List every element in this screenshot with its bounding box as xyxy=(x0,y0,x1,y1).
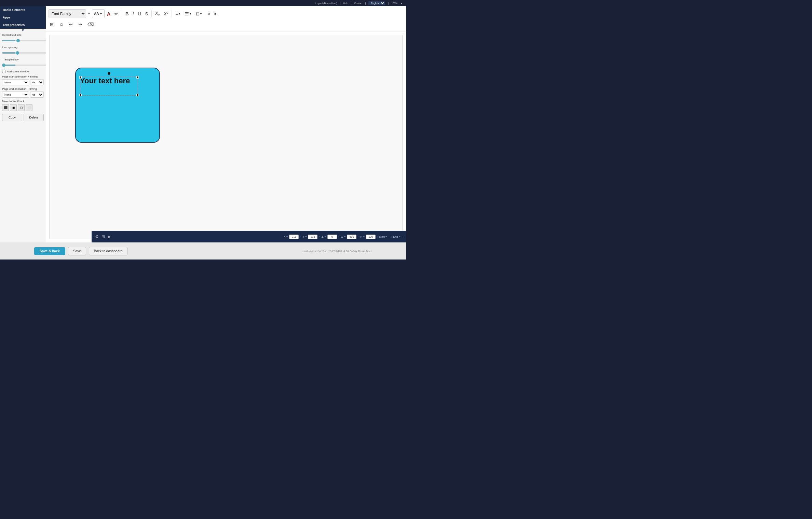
outdent-button[interactable]: ⇤ xyxy=(213,11,219,17)
font-size-dropdown-icon: ▼ xyxy=(100,12,103,15)
handle-bottom-right[interactable] xyxy=(136,94,139,96)
canvas-inner[interactable]: Your text here xyxy=(49,35,403,239)
w-value[interactable]: 600 xyxy=(347,235,356,239)
move-back-button[interactable]: ⬜ xyxy=(26,104,32,111)
sidebar: Basic elements Apps Text properties Over… xyxy=(0,6,46,260)
status-bar: ⚙ ⊞ ▶ X = 211 • Y = 216 • ∠ = 0 • W = 60… xyxy=(92,231,406,242)
font-size-label: AA xyxy=(94,12,99,16)
selection-box xyxy=(80,77,138,96)
overall-text-size-slider[interactable] xyxy=(2,40,46,41)
angle-label: ∠ = xyxy=(321,235,326,238)
last-updated-text: Last updated at Tue, 10/27/2020, 4:56 PM… xyxy=(302,250,372,253)
move-buttons: ⬛ ◼ ◻ ⬜ xyxy=(2,104,44,111)
angle-value[interactable]: 0 xyxy=(327,235,337,239)
handle-top-left[interactable] xyxy=(79,76,82,79)
sidebar-item-basic-elements[interactable]: Basic elements xyxy=(0,6,46,14)
redo-icon: ↪ xyxy=(78,22,82,27)
strikethrough-button[interactable]: S xyxy=(144,11,150,17)
help-text[interactable]: Help xyxy=(343,2,348,4)
sidebar-item-apps[interactable]: Apps xyxy=(0,14,46,21)
save-button[interactable]: Save xyxy=(68,247,86,255)
bottom-action-bar: Save & back Save Back to dashboard Last … xyxy=(0,242,406,260)
overall-text-size-label: Overall text size xyxy=(2,33,44,37)
text-properties-panel: Overall text size 70 Line spacing 100 Tr… xyxy=(0,29,46,260)
toolbar: Font Family ▼ AA ▼ A ✏ B i U S X2 xyxy=(46,6,406,31)
settings-icon[interactable]: ⚙ xyxy=(95,234,99,239)
page-end-timing-select[interactable]: 0s xyxy=(30,92,44,98)
handle-bottom-left[interactable] xyxy=(79,94,82,96)
underline-button[interactable]: U xyxy=(136,11,142,17)
grid-icon[interactable]: ⊞ xyxy=(102,234,105,239)
page-start-animation-select[interactable]: None xyxy=(2,79,29,85)
clear-format-icon: ⌫ xyxy=(87,22,94,27)
shadow-label: Add some shadow xyxy=(7,70,29,73)
page-start-animation-label: Page start animation + timing xyxy=(2,75,44,78)
copy-button[interactable]: Copy xyxy=(2,114,22,121)
page-start-timing-select[interactable]: 0s xyxy=(30,79,44,85)
save-back-button[interactable]: Save & back xyxy=(34,247,65,255)
shadow-checkbox[interactable] xyxy=(2,70,5,73)
w-label: W = xyxy=(341,235,346,238)
language-select[interactable]: English xyxy=(368,1,385,5)
page-end-animation-label: Page end animation + timing xyxy=(2,87,44,90)
back-dashboard-button[interactable]: Back to dashboard xyxy=(89,247,127,255)
x-label: X = xyxy=(284,235,288,238)
y-value[interactable]: 216 xyxy=(308,235,317,239)
h-value[interactable]: 120 xyxy=(366,235,376,239)
undo-button[interactable]: ↩ xyxy=(68,21,74,28)
redo-button[interactable]: ↪ xyxy=(77,21,83,28)
font-size-button[interactable]: AA ▼ xyxy=(92,9,105,18)
page-end-animation-select[interactable]: None xyxy=(2,92,29,98)
indent-button[interactable]: ⇥ xyxy=(205,11,212,17)
table-icon: ⊞ xyxy=(50,22,54,27)
sidebar-item-text-properties[interactable]: Text properties xyxy=(0,21,46,29)
emoji-button[interactable]: ☺ xyxy=(58,21,65,28)
zoom-dropdown-icon[interactable]: ▼ xyxy=(400,2,403,4)
blue-card-element[interactable]: Your text here xyxy=(75,68,160,143)
bullet-button[interactable]: ⊟ ▼ xyxy=(194,11,204,17)
end-label: End = – xyxy=(393,235,403,238)
delete-button[interactable]: Delete xyxy=(24,114,44,121)
font-family-select[interactable]: Font Family xyxy=(49,9,86,18)
move-forward-button[interactable]: ◼ xyxy=(10,104,17,111)
superscript-button[interactable]: X2 xyxy=(162,11,170,17)
undo-icon: ↩ xyxy=(69,22,73,27)
toolbar-divider-3 xyxy=(172,10,172,17)
move-backward-button[interactable]: ◻ xyxy=(18,104,25,111)
transparency-slider[interactable] xyxy=(2,65,46,66)
x-value[interactable]: 211 xyxy=(289,235,299,239)
move-label: Move to front/back xyxy=(2,100,44,103)
top-bar: Logout (Demo User) | Help | Contact | En… xyxy=(0,0,406,6)
text-color-button[interactable]: A xyxy=(106,10,112,17)
subscript-button[interactable]: X2 xyxy=(154,10,161,17)
table-button[interactable]: ⊞ xyxy=(49,21,55,28)
font-family-dropdown-icon[interactable]: ▼ xyxy=(87,12,91,15)
highlight-button[interactable]: ✏ xyxy=(113,11,120,17)
text-element[interactable]: Your text here xyxy=(80,77,138,96)
canvas-area[interactable]: Your text here ⚙ ⊞ ▶ X = 211 • Y = 216 •… xyxy=(46,31,406,242)
apps-label: Apps xyxy=(3,16,11,19)
handle-top-right[interactable] xyxy=(136,76,139,79)
zoom-level: 100% xyxy=(391,2,397,4)
line-spacing-label: Line spacing xyxy=(2,46,44,49)
italic-button[interactable]: i xyxy=(131,11,135,17)
rotate-handle[interactable] xyxy=(108,72,110,75)
start-label: Start = – xyxy=(379,235,389,238)
italic-label: i xyxy=(133,11,134,16)
contact-text[interactable]: Contact xyxy=(354,2,362,4)
emoji-icon: ☺ xyxy=(59,22,64,27)
line-spacing-slider[interactable] xyxy=(2,52,46,54)
move-front-button[interactable]: ⬛ xyxy=(2,104,9,111)
strikethrough-label: S xyxy=(145,11,148,16)
list-button[interactable]: ☰ ▼ xyxy=(184,11,193,17)
y-label: Y = xyxy=(302,235,307,238)
play-icon[interactable]: ▶ xyxy=(108,234,111,239)
align-button[interactable]: ≡ ▼ xyxy=(174,11,182,17)
bold-button[interactable]: B xyxy=(124,11,130,17)
clear-format-button[interactable]: ⌫ xyxy=(86,21,95,28)
bold-label: B xyxy=(125,11,128,16)
logout-text[interactable]: Logout (Demo User) xyxy=(315,2,337,4)
basic-elements-label: Basic elements xyxy=(3,8,25,12)
transparency-label: Transparency xyxy=(2,58,44,61)
toolbar-divider-1 xyxy=(122,10,122,17)
